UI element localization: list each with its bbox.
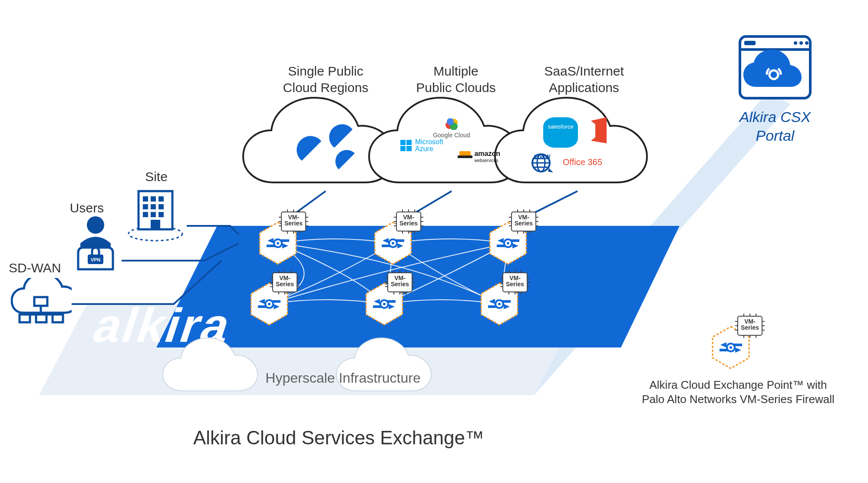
- label-site: Site: [137, 169, 176, 185]
- label-saas: SaaS/Internet Applications: [523, 63, 645, 96]
- label-single-public: Single Public Cloud Regions: [265, 63, 386, 96]
- vm-label-3: VM- Series: [513, 214, 534, 226]
- vm-label-2: VM- Series: [398, 214, 419, 226]
- label-hyperscale: Hyperscale Infrastructure: [252, 369, 434, 387]
- label-users: Users: [65, 200, 109, 216]
- label-portal: Alkira CSX Portal: [712, 108, 838, 145]
- diagram-title: Alkira Cloud Services Exchange™: [161, 426, 517, 450]
- vm-label-4: VM- Series: [274, 275, 295, 287]
- legend-cxp: [701, 313, 771, 374]
- vm-label-legend: VM- Series: [739, 318, 760, 331]
- svg-point-73: [729, 346, 732, 349]
- label-multi-public: Multiple Public Clouds: [399, 63, 512, 96]
- svg-rect-67: [744, 41, 756, 45]
- svg-point-66: [805, 41, 809, 45]
- svg-point-64: [794, 41, 797, 45]
- vm-label-6: VM- Series: [505, 275, 525, 287]
- svg-point-65: [799, 41, 803, 45]
- portal-icon: [738, 35, 812, 100]
- label-sdwan: SD-WAN: [9, 260, 69, 276]
- vm-label-1: VM- Series: [283, 214, 304, 226]
- label-legend: Alkira Cloud Exchange Point™ with Palo A…: [625, 378, 851, 406]
- vm-label-5: VM- Series: [389, 275, 410, 287]
